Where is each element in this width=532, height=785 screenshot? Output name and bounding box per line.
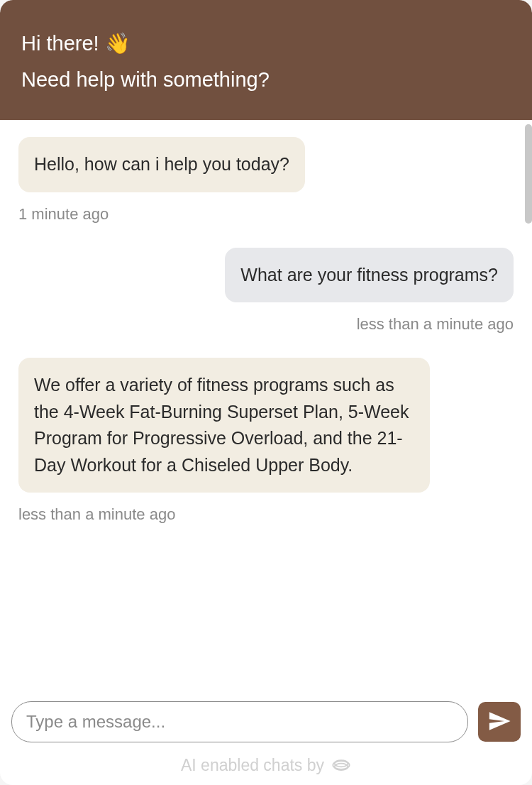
message-input[interactable] bbox=[11, 701, 468, 742]
messages-list: Hello, how can i help you today? 1 minut… bbox=[0, 120, 532, 555]
header-greeting: Hi there! 👋 bbox=[21, 31, 511, 55]
greeting-text: Hi there! bbox=[21, 32, 99, 55]
message-bubble: What are your fitness programs? bbox=[225, 248, 514, 303]
message-timestamp: less than a minute ago bbox=[18, 505, 175, 524]
wave-emoji-icon: 👋 bbox=[105, 31, 131, 55]
message-bot: Hello, how can i help you today? 1 minut… bbox=[18, 137, 514, 224]
chat-header: Hi there! 👋 Need help with something? bbox=[0, 0, 532, 120]
message-user: What are your fitness programs? less tha… bbox=[18, 248, 514, 334]
send-icon bbox=[487, 709, 511, 735]
messages-scroll-area[interactable]: Hello, how can i help you today? 1 minut… bbox=[0, 120, 532, 691]
input-area bbox=[0, 691, 532, 748]
scrollbar-thumb[interactable] bbox=[525, 124, 532, 224]
footer: AI enabled chats by bbox=[0, 748, 532, 785]
message-timestamp: 1 minute ago bbox=[18, 205, 109, 224]
message-bot: We offer a variety of fitness programs s… bbox=[18, 358, 514, 524]
send-button[interactable] bbox=[478, 702, 521, 742]
message-bubble: Hello, how can i help you today? bbox=[18, 137, 305, 192]
header-subtitle: Need help with something? bbox=[21, 68, 511, 92]
brand-logo-icon bbox=[331, 755, 351, 775]
message-bubble: We offer a variety of fitness programs s… bbox=[18, 358, 430, 493]
footer-text: AI enabled chats by bbox=[181, 756, 324, 775]
message-timestamp: less than a minute ago bbox=[357, 315, 514, 334]
chat-widget: Hi there! 👋 Need help with something? He… bbox=[0, 0, 532, 785]
